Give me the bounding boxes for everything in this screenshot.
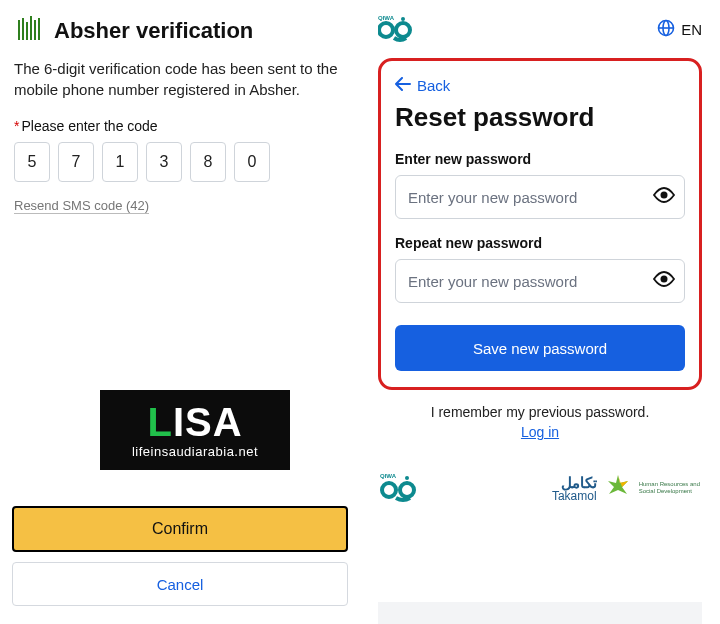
arrow-left-icon: [395, 77, 411, 94]
remember-text: I remember my previous password.: [378, 404, 702, 420]
globe-icon: [657, 19, 675, 40]
new-password-input[interactable]: [395, 175, 685, 219]
svg-point-13: [661, 192, 668, 199]
resend-sms-link[interactable]: Resend SMS code (42): [14, 198, 149, 214]
svg-point-18: [405, 476, 409, 480]
reset-password-panel: QIWA EN Back Reset password Enter new pa…: [360, 0, 720, 624]
cancel-button[interactable]: Cancel: [12, 562, 348, 606]
otp-digit-6[interactable]: [234, 142, 270, 182]
otp-input-row: [14, 142, 346, 182]
lisa-watermark: LISA lifeinsaudiarabia.net: [100, 390, 290, 470]
repeat-password-wrap: [395, 259, 685, 303]
otp-digit-4[interactable]: [146, 142, 182, 182]
otp-digit-1[interactable]: [14, 142, 50, 182]
login-link[interactable]: Log in: [378, 424, 702, 440]
confirm-button[interactable]: Confirm: [12, 506, 348, 552]
qiwa-logo-icon: QIWA: [378, 10, 418, 48]
absher-logo-icon: [14, 14, 44, 48]
repeat-password-input[interactable]: [395, 259, 685, 303]
svg-rect-5: [38, 18, 40, 40]
highlight-box: Back Reset password Enter new password R…: [378, 58, 702, 390]
lisa-subtext: lifeinsaudiarabia.net: [132, 444, 258, 459]
new-password-wrap: [395, 175, 685, 219]
lisa-logo-text: LISA: [147, 402, 242, 442]
svg-point-16: [382, 483, 396, 497]
otp-digit-5[interactable]: [190, 142, 226, 182]
description-text: The 6-digit verification code has been s…: [14, 58, 346, 100]
svg-point-17: [400, 483, 414, 497]
svg-text:QIWA: QIWA: [378, 15, 395, 21]
hrsd-text: Human Resources and Social Development: [639, 481, 700, 494]
svg-rect-4: [34, 20, 36, 40]
page-title: Absher verification: [54, 18, 253, 44]
header-row: Absher verification: [14, 14, 346, 48]
absher-verification-panel: Absher verification The 6-digit verifica…: [0, 0, 360, 624]
footer-logos: QIWA تكامل Takamol Human Resources and S: [378, 468, 702, 508]
svg-point-14: [661, 276, 668, 283]
reset-password-title: Reset password: [395, 102, 685, 133]
qiwa-footer-logo-icon: QIWA: [380, 468, 424, 508]
footer-strip: [378, 602, 702, 624]
new-password-label: Enter new password: [395, 151, 685, 167]
svg-rect-1: [22, 18, 24, 40]
eye-icon[interactable]: [653, 271, 675, 291]
svg-point-9: [401, 17, 405, 21]
svg-rect-0: [18, 20, 20, 40]
eye-icon[interactable]: [653, 187, 675, 207]
language-label: EN: [681, 21, 702, 38]
code-input-label: *Please enter the code: [14, 118, 346, 134]
back-label: Back: [417, 77, 450, 94]
otp-digit-2[interactable]: [58, 142, 94, 182]
language-switcher[interactable]: EN: [657, 19, 702, 40]
svg-rect-2: [26, 22, 28, 40]
save-password-button[interactable]: Save new password: [395, 325, 685, 371]
hrsd-star-icon: [605, 473, 631, 503]
svg-point-7: [379, 23, 393, 37]
partner-logos: تكامل Takamol Human Resources and Social…: [552, 473, 700, 503]
svg-rect-3: [30, 16, 32, 40]
action-buttons: Confirm Cancel: [12, 506, 348, 606]
svg-text:QIWA: QIWA: [380, 473, 397, 479]
top-bar: QIWA EN: [378, 10, 702, 48]
repeat-password-label: Repeat new password: [395, 235, 685, 251]
takamol-logo: تكامل Takamol: [552, 475, 597, 502]
back-link[interactable]: Back: [395, 77, 685, 94]
svg-point-8: [396, 23, 410, 37]
otp-digit-3[interactable]: [102, 142, 138, 182]
